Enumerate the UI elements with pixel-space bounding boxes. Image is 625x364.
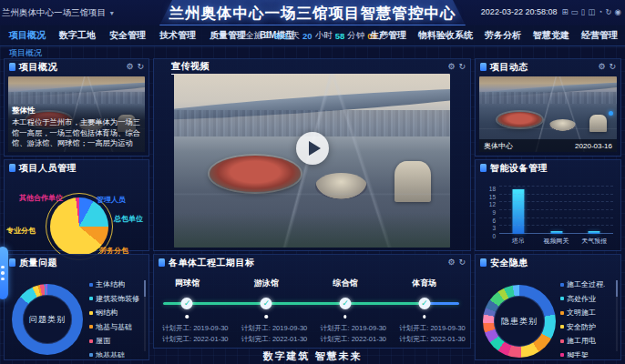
gear-icon[interactable]: ⚙: [447, 61, 455, 72]
nav-tab-project-overview[interactable]: 项目概况: [9, 29, 46, 42]
milestone-check-icon[interactable]: ✓: [181, 298, 193, 309]
nav-tab-safety-mgmt[interactable]: 安全管理: [109, 29, 146, 42]
panel-title: 项目动态: [490, 61, 528, 74]
legend-item-4[interactable]: 施工用电: [560, 336, 613, 346]
refresh-icon[interactable]: ↻: [458, 257, 466, 268]
gear-icon[interactable]: ⚙: [126, 61, 133, 72]
panel-personnel: 项目人员管理 管理人员总包单位劳务分包专业分包其他合作单位: [4, 159, 149, 251]
y-axis-tick: 0: [492, 233, 496, 239]
legend-item-3[interactable]: 地基与基础: [89, 322, 142, 332]
pie-label-other-partners: 其他合作单位: [19, 193, 63, 203]
system-tray: 2022-03-22 20:58:08 ⊞▭▯◫◔↻◉: [481, 7, 621, 16]
legend-item-4[interactable]: 屋面: [89, 336, 142, 346]
panel-marker-icon: [480, 258, 487, 267]
dynamics-photo[interactable]: 奥体中心 2020-03-16: [479, 76, 617, 152]
panel-marker-icon: [9, 164, 15, 172]
devices-bar-chart: 塔吊视频网关天气预报 0369121518: [499, 182, 613, 246]
milestone-check-icon[interactable]: ✓: [418, 298, 430, 309]
legend-label: 屋面: [96, 336, 110, 346]
milestone-start-date: 计划开工: 2019-09-30: [399, 324, 466, 333]
safety-counter: 安全施工 901 天 20 小时 58 分钟 08 秒: [237, 25, 389, 46]
bar-group-2: 天气预报: [575, 182, 613, 246]
legend-item-0[interactable]: 主体结构: [89, 279, 142, 289]
nav-tab-tech-mgmt[interactable]: 技术管理: [159, 29, 196, 42]
refresh-icon[interactable]: ↻: [458, 61, 466, 72]
legend-item-1[interactable]: 高处作业: [560, 294, 613, 304]
play-button[interactable]: [296, 132, 329, 165]
bar-rect[interactable]: [589, 231, 600, 234]
gear-icon[interactable]: ⚙: [447, 257, 455, 268]
gridline: [499, 217, 613, 218]
gridline: [499, 209, 613, 210]
timeline-milestones: 网球馆✓计划开工: 2019-09-30计划完工: 2022-01-30游泳馆✓…: [154, 270, 470, 348]
milestone-dot: [343, 315, 347, 318]
project-selector[interactable]: 兰州奥体中心一场三馆项目 ▾: [2, 7, 114, 19]
user-icon[interactable]: ◔: [598, 7, 602, 16]
dashboard: 兰州奥体中心一场三馆项目 ▾ 兰州奥体中心一场三馆项目智慧管控中心 2022-0…: [0, 0, 625, 364]
donut-center-label: 问题类别: [12, 314, 83, 326]
nav-tab-smart-party[interactable]: 智慧党建: [533, 29, 569, 42]
overview-text-overlay: 整体性 本工程位于兰州市，主要单体为一场三馆一高层，一场三馆包括体育场、综合馆、…: [8, 104, 145, 152]
x-axis-label: 塔吊: [499, 237, 538, 246]
refresh-icon[interactable]: ↻: [609, 61, 616, 72]
legend-label: 文明施工: [567, 308, 596, 318]
pie-label-general-contractor: 总包单位: [114, 214, 143, 224]
y-axis-tick: 9: [492, 209, 496, 216]
scrollbar-thumb[interactable]: [616, 280, 618, 297]
personnel-pie-chart: 管理人员总包单位劳务分包专业分包其他合作单位: [5, 176, 149, 250]
safety-days-unit: 天: [292, 30, 301, 42]
legend-item-0[interactable]: 施工全过程.: [560, 279, 613, 289]
legend-scrollbar[interactable]: [144, 280, 146, 351]
nav-tab-digital-site[interactable]: 数字工地: [59, 29, 96, 42]
pie-label-management: 管理人员: [97, 195, 126, 205]
milestone-check-icon[interactable]: ✓: [261, 298, 272, 309]
gridline: [499, 186, 613, 187]
legend-bullet-icon: [89, 325, 93, 329]
legend-bullet-icon: [89, 297, 93, 300]
legend-item-1[interactable]: 建筑装饰装修: [89, 294, 142, 304]
legend-bullet-icon: [89, 311, 93, 315]
bar-rect[interactable]: [512, 189, 524, 234]
hazards-donut-chart[interactable]: 隐患类别: [483, 285, 556, 358]
milestone-check-icon[interactable]: ✓: [339, 298, 351, 309]
scrollbar-thumb[interactable]: [144, 280, 146, 297]
refresh-icon[interactable]: ↻: [137, 61, 144, 72]
project-selector-label: 兰州奥体中心一场三馆项目: [2, 7, 106, 17]
panel-title: 各单体工程工期目标: [169, 257, 255, 269]
photo-caption-bar: 奥体中心 2020-03-16: [479, 139, 617, 152]
legend-item-2[interactable]: 文明施工: [560, 308, 613, 318]
y-axis-tick: 6: [492, 217, 496, 224]
video-frame[interactable]: [174, 74, 450, 248]
panel-header: 宣传视频 ⚙↻: [154, 59, 470, 75]
monitor-icon[interactable]: ▭: [571, 7, 579, 16]
nav-tab-operation-mgmt[interactable]: 经营管理: [581, 29, 618, 42]
bar-series: 塔吊视频网关天气预报: [499, 182, 613, 246]
power-icon[interactable]: ◉: [615, 7, 621, 16]
desktop-icon[interactable]: ◫: [588, 7, 595, 16]
nav-tab-labor-analysis[interactable]: 劳务分析: [485, 29, 521, 42]
milestone-name: 体育场: [412, 278, 436, 289]
bar-rect[interactable]: [550, 231, 562, 234]
legend-label: 地基与基础: [96, 322, 132, 332]
legend-bullet-icon: [560, 283, 564, 287]
apps-grid-icon[interactable]: ⊞: [561, 7, 568, 16]
nav-tab-production-mgmt[interactable]: 生产管理: [370, 29, 406, 42]
legend-item-2[interactable]: 钢结构: [89, 308, 142, 318]
panel-title: 智能设备管理: [490, 162, 548, 175]
legend-scrollbar[interactable]: [616, 280, 618, 351]
legend-label: 钢结构: [96, 308, 118, 318]
nav-tab-material-acceptance[interactable]: 物料验收系统: [418, 29, 473, 42]
panel-header: 项目概况 ⚙↻: [5, 59, 149, 75]
gear-icon[interactable]: ⚙: [598, 61, 605, 72]
mobile-icon[interactable]: ▯: [581, 7, 586, 16]
datetime: 2022-03-22 20:58:08: [481, 7, 558, 16]
photo-caption: 奥体中心: [484, 141, 513, 151]
drawer-handle[interactable]: [0, 247, 8, 299]
legend-item-3[interactable]: 安全防护: [560, 322, 613, 332]
refresh-icon[interactable]: ↻: [605, 7, 611, 16]
panel-title[interactable]: 宣传视频: [171, 60, 210, 75]
panel-marker-icon: [9, 63, 15, 71]
panel-header: 安全隐患: [476, 255, 620, 270]
quality-donut-chart[interactable]: 问题类别: [12, 284, 83, 355]
legend-label: 高处作业: [567, 294, 596, 304]
